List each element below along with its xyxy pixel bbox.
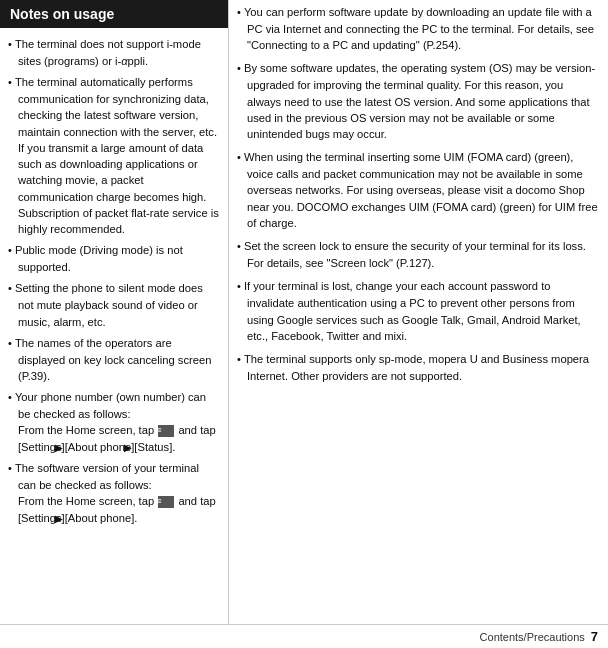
list-item: If your terminal is lost, change your ea… bbox=[237, 278, 598, 344]
list-item: The software version of your terminal ca… bbox=[8, 460, 220, 526]
notes-header: Notes on usage bbox=[0, 0, 228, 28]
left-bullet-list: The terminal does not support i-mode sit… bbox=[8, 36, 220, 526]
list-item: Public mode (Driving mode) is not suppor… bbox=[8, 242, 220, 275]
footer-page: 7 bbox=[591, 629, 598, 644]
list-item: When using the terminal inserting some U… bbox=[237, 149, 598, 231]
page-container: Notes on usage The terminal does not sup… bbox=[0, 0, 608, 624]
list-item: Your phone number (own number) can be ch… bbox=[8, 389, 220, 455]
list-item: The terminal supports only sp-mode, mope… bbox=[237, 351, 598, 384]
list-item: Set the screen lock to ensure the securi… bbox=[237, 238, 598, 271]
list-item: You can perform software update by downl… bbox=[237, 4, 598, 53]
list-item: The terminal automatically performs comm… bbox=[8, 74, 220, 237]
right-column: You can perform software update by downl… bbox=[228, 0, 608, 624]
menu-icon bbox=[158, 425, 174, 437]
footer-label: Contents/Precautions bbox=[480, 631, 585, 643]
left-content: The terminal does not support i-mode sit… bbox=[0, 36, 228, 526]
footer: Contents/Precautions 7 bbox=[0, 624, 608, 648]
left-column: Notes on usage The terminal does not sup… bbox=[0, 0, 228, 624]
list-item: Setting the phone to silent mode does no… bbox=[8, 280, 220, 329]
list-item: The terminal does not support i-mode sit… bbox=[8, 36, 220, 69]
header-title: Notes on usage bbox=[10, 6, 114, 22]
right-bullet-list: You can perform software update by downl… bbox=[237, 4, 598, 384]
list-item: By some software updates, the operating … bbox=[237, 60, 598, 142]
menu-icon bbox=[158, 496, 174, 508]
list-item: The names of the operators are displayed… bbox=[8, 335, 220, 384]
